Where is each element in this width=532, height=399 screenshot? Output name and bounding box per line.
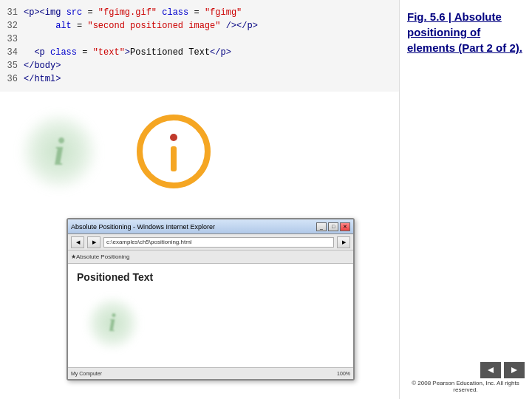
line-num-35: 35 [0,59,24,72]
next-arrow[interactable] [504,362,525,378]
orange-i-dot [170,134,177,141]
fuzzy-icon: i [15,107,103,196]
svg-marker-1 [511,367,517,373]
code-line-35: 35 </body> [0,59,399,72]
browser-titlebar: Absolute Positioning - Windows Internet … [68,219,353,234]
code-panel: 31 <p><img src = "fgimg.gif" class = "fg… [0,0,399,399]
browser-toolbar: ◀ ▶ c:\examples\ch5\positioning.html ▶ [68,234,353,250]
prev-arrow-icon [486,366,495,375]
favorites-icon: ★ [71,253,76,260]
nav-arrows [480,362,525,378]
fig-title: Fig. 5.6 | Absolute positioning of eleme… [407,9,525,55]
orange-i-bar [171,146,177,171]
back-button[interactable]: ◀ [71,236,84,248]
prev-arrow[interactable] [480,362,501,378]
close-button[interactable]: ✕ [340,222,350,231]
next-arrow-icon [510,366,519,375]
browser-title-text: Absolute Positioning - Windows Internet … [71,223,215,231]
fuzzy-i-letter: i [54,130,64,174]
browser-window-controls: _ □ ✕ [316,222,350,231]
browser-window: Absolute Positioning - Windows Internet … [66,218,355,381]
browser-fuzzy-i-letter: i [109,309,115,337]
line-num-33: 33 [0,33,24,46]
line-num-31: 31 [0,6,24,19]
code-line-32: 32 alt = "second positioned image" /></p… [0,19,399,33]
maximize-button[interactable]: □ [328,222,338,231]
orange-ring [137,115,211,188]
code-line-34: 34 <p class = "text">Positioned Text</p> [0,46,399,59]
positioned-text-label: Positioned Text [77,271,344,283]
favorites-label: Absolute Positioning [76,253,130,260]
code-text-31: <p><img src = "fgimg.gif" class = "fgimg… [24,6,399,19]
minimize-button[interactable]: _ [316,222,327,231]
browser-statusbar: My Computer 100% [68,367,353,379]
code-line-33: 33 [0,33,399,46]
right-sidebar: Fig. 5.6 | Absolute positioning of eleme… [399,0,532,399]
line-num-32: 32 [0,19,24,33]
line-num-34: 34 [0,46,24,59]
code-lines: 31 <p><img src = "fgimg.gif" class = "fg… [0,0,399,92]
code-text-32: alt = "second positioned image" /></p> [24,19,399,33]
browser-addressbar[interactable]: c:\examples\ch5\positioning.html [103,237,334,248]
svg-marker-0 [488,367,494,373]
orange-icon [133,111,214,192]
code-text-34: <p class = "text">Positioned Text</p> [24,46,399,59]
forward-button[interactable]: ▶ [87,236,100,248]
code-text-33 [24,33,399,46]
code-line-31: 31 <p><img src = "fgimg.gif" class = "fg… [0,6,399,19]
copyright: © 2008 Pearson Education, Inc. All right… [406,380,525,393]
status-right: 100% [337,371,350,376]
browser-content: Positioned Text i [68,264,353,366]
go-button[interactable]: ▶ [337,236,350,248]
browser-fuzzy-icon: i [83,293,142,352]
status-left: My Computer [71,371,102,376]
preview-area: i [15,81,392,222]
browser-favbar: ★ Absolute Positioning [68,250,353,264]
code-text-35: </body> [24,59,399,72]
